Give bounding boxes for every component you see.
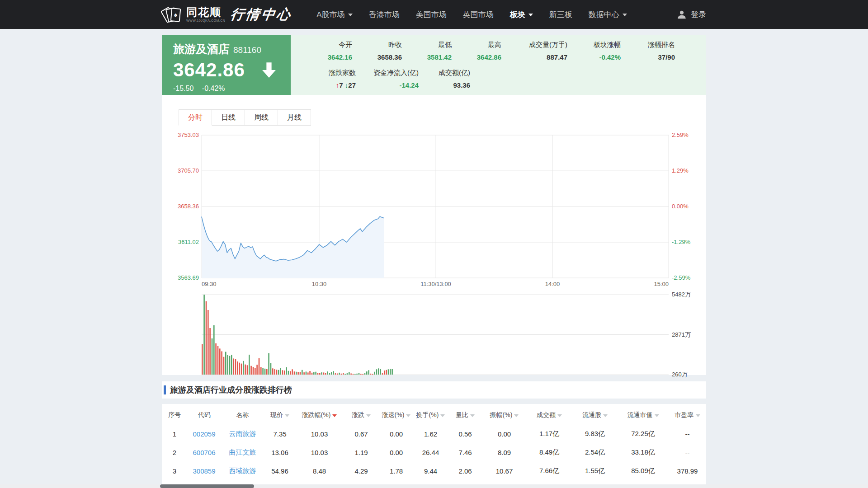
stat-label: 昨收 [359,41,402,49]
sort-arrow-icon [366,414,371,417]
table-cell: 1.55亿 [572,467,618,475]
nav-item-5[interactable]: 新三板 [549,9,572,20]
svg-text:15:00: 15:00 [654,281,669,287]
table-cell: 9.44 [413,467,448,475]
column-header-label: 振幅(%) [490,411,513,419]
main-navigation: A股市场香港市场美国市场英国市场板块新三板数据中心 [316,9,627,20]
tab-2[interactable]: 周线 [245,109,278,126]
nav-item-2[interactable]: 美国市场 [416,9,447,20]
stat-item: 最低3581.42 [408,41,452,61]
table-cell: 10.03 [296,430,343,438]
table-cell: 9.83亿 [572,430,618,438]
column-header-11[interactable]: 流通股 [572,411,618,419]
table-cell: 26.44 [413,449,448,456]
column-header-label: 序号 [168,411,181,419]
column-header-label: 换手(%) [416,411,439,419]
brand-name: 同花顺 [186,7,225,18]
column-header-13[interactable]: 市盈率 [669,411,706,419]
stock-name-link[interactable]: 云南旅游 [221,430,264,438]
stat-item: 成交量(万手)887.47 [508,41,567,61]
column-header-7[interactable]: 换手(%) [413,411,448,419]
column-header-label: 涨跌幅(%) [302,411,331,419]
stat-label: 最低 [408,41,452,49]
sector-price: 3642.86 [173,59,245,81]
sector-name: 旅游及酒店 [173,42,230,56]
column-header-4[interactable]: 涨跌幅(%) [296,411,343,419]
login-button[interactable]: 登录 [677,9,706,20]
nav-item-0[interactable]: A股市场 [316,9,352,20]
table-cell: 13.06 [264,449,296,456]
table-cell: 0.00 [482,430,526,438]
brand-url: WWW.10JQKA.COM.CN [186,19,225,22]
svg-text:3611.02: 3611.02 [178,239,199,245]
column-header-3[interactable]: 现价 [264,411,296,419]
user-icon [677,9,687,19]
sector-stats-panel: 今开3642.16昨收3658.36最低3581.42最高3642.86成交量(… [291,35,706,95]
sector-quote-summary: 旅游及酒店 881160 3642.86 -15.50 -0.42% [162,35,291,95]
stat-item: 最高3642.86 [458,41,501,61]
column-header-label: 量比 [456,411,468,419]
stat-value: 3642.16 [312,53,352,61]
volume-chart: 5482万2871万260万 [162,291,706,378]
column-header-9[interactable]: 振幅(%) [482,411,526,419]
section-title-bar [164,385,166,394]
horizontal-scrollbar [0,484,868,488]
table-cell: 7.35 [264,430,296,438]
nav-item-6[interactable]: 数据中心 [589,9,627,20]
svg-text:0.00%: 0.00% [672,203,689,210]
stock-name-link[interactable]: 西域旅游 [221,467,264,475]
table-cell: 0.56 [448,430,482,438]
sort-arrow-icon [696,414,700,417]
stat-item: 板块涨幅-0.42% [574,41,621,61]
table-cell: 1 [162,430,187,438]
table-cell: 0.00 [379,430,413,438]
stock-code-link[interactable]: 002059 [187,430,221,438]
column-header-5[interactable]: 涨跌 [343,411,379,419]
stat-value: 3658.36 [359,53,402,61]
ranking-section-header: 旅游及酒店行业成分股涨跌排行榜 [162,381,706,399]
nav-item-label: 美国市场 [416,9,447,20]
table-cell: -- [669,449,706,456]
sort-arrow-icon [603,414,608,417]
tab-1[interactable]: 日线 [212,109,245,126]
tab-0[interactable]: 分时 [179,109,212,126]
column-header-10[interactable]: 成交额 [526,411,572,419]
column-header-8[interactable]: 量比 [448,411,482,419]
nav-item-label: 新三板 [549,9,572,20]
horizontal-scrollbar-thumb[interactable] [160,484,254,488]
table-cell: 7.46 [448,449,482,456]
ths-logo[interactable]: ♠ 同花顺 WWW.10JQKA.COM.CN 行情中心 [162,5,292,24]
stock-code-link[interactable]: 300859 [187,467,221,475]
nav-item-3[interactable]: 英国市场 [463,9,494,20]
stat-label: 涨幅排名 [627,41,675,49]
stat-label: 资金净流入(亿) [362,69,419,77]
table-cell: 2 [162,449,187,456]
column-header-12[interactable]: 流通市值 [618,411,669,419]
nav-item-label: 板块 [510,9,525,20]
table-row: 3300859西域旅游54.968.484.291.789.442.0610.6… [162,462,706,480]
tab-3[interactable]: 月线 [278,109,311,126]
stat-item: 今开3642.16 [312,41,352,61]
column-header-6[interactable]: 涨速(%) [379,411,413,419]
table-cell: 10.03 [296,449,343,456]
column-header-2: 名称 [221,411,264,419]
table-cell: 378.99 [669,467,706,475]
sector-change: -15.50 [173,84,193,92]
table-cell: 1.19 [343,449,379,456]
stock-name-link[interactable]: 曲江文旅 [221,448,264,457]
table-cell: 8.09 [482,449,526,456]
table-cell: 8.48 [296,467,343,475]
nav-item-1[interactable]: 香港市场 [369,9,400,20]
table-cell: 7.66亿 [526,467,572,475]
stat-value: 3642.86 [458,53,501,61]
column-header-label: 代码 [198,411,211,419]
stat-label: 成交量(万手) [508,41,567,49]
column-header-label: 名称 [236,411,249,419]
stock-code-link[interactable]: 600706 [187,449,221,456]
stat-item: 资金净流入(亿)-14.24 [362,69,419,89]
column-header-label: 市盈率 [675,411,694,419]
nav-item-4[interactable]: 板块 [510,9,533,20]
table-cell: 85.09亿 [618,467,669,475]
stat-label: 今开 [312,41,352,49]
svg-text:14:00: 14:00 [545,281,560,287]
